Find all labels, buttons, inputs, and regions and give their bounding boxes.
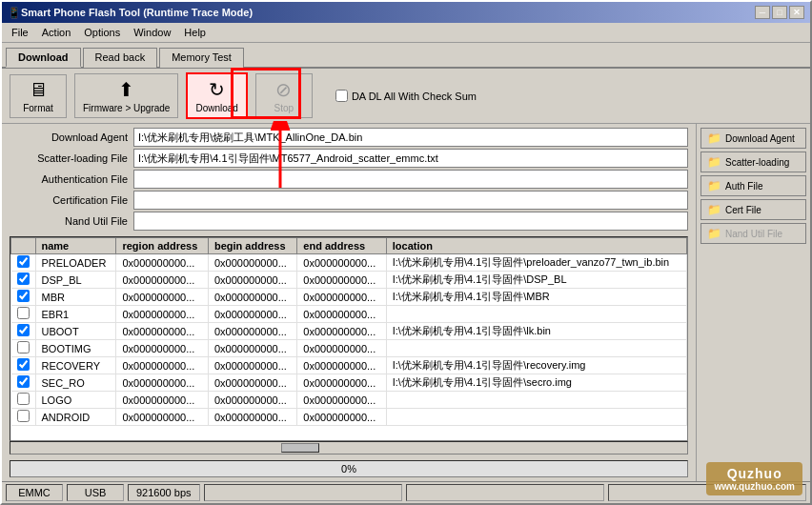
row-checkbox[interactable] [17,410,30,422]
format-icon: 🖥 [29,79,48,101]
table-row: SEC_RO 0x000000000... 0x000000000... 0x0… [11,374,687,392]
format-label: Format [23,103,53,113]
row-checkbox-cell[interactable] [11,357,36,374]
maximize-button[interactable]: □ [772,6,787,19]
row-begin: 0x000000000... [208,340,296,357]
status-usb: USB [67,484,124,501]
minimize-button[interactable]: ─ [755,6,770,19]
row-name: SEC_RO [35,374,116,392]
folder-icon-nand: 📁 [707,227,721,240]
partition-table[interactable]: name region address begin address end ad… [10,236,688,441]
row-name: LOGO [35,392,116,409]
tab-memorytest[interactable]: Memory Test [159,48,244,68]
side-auth-file-button[interactable]: 📁 Auth File [700,175,806,196]
row-checkbox-cell[interactable] [11,254,36,272]
row-begin: 0x000000000... [208,392,296,409]
row-name: PRELOADER [35,254,116,272]
horizontal-scrollbar[interactable] [10,441,688,454]
side-cert-file-button[interactable]: 📁 Cert File [700,199,806,220]
row-location: I:\优米刷机专用\4.1引导固件\lk.bin [386,323,686,340]
status-emmc: EMMC [6,484,63,501]
authentication-input[interactable] [133,170,688,189]
file-section: Download Agent Scatter-loading File Auth… [2,124,696,236]
tab-readback[interactable]: Read back [83,48,158,68]
tab-bar: Download Read back Memory Test [2,43,810,69]
menu-bar: File Action Options Window Help [2,23,810,43]
side-scatter-loading-label: Scatter-loading [725,157,789,168]
row-checkbox[interactable] [17,393,30,405]
col-checkbox [11,238,36,254]
authentication-row: Authentication File [10,170,688,189]
row-checkbox-cell[interactable] [11,409,36,426]
status-empty2 [406,484,604,501]
certification-row: Certification File [10,191,688,210]
table-row: LOGO 0x000000000... 0x000000000... 0x000… [11,392,687,409]
row-checkbox[interactable] [17,255,30,268]
row-checkbox-cell[interactable] [11,272,36,289]
row-name: DSP_BL [35,272,116,289]
scatter-loading-row: Scatter-loading File [10,149,688,168]
side-nand-util-button[interactable]: 📁 Nand Util File [700,223,806,244]
tab-download[interactable]: Download [6,48,81,68]
row-end: 0x000000000... [297,357,386,374]
table-row: UBOOT 0x000000000... 0x000000000... 0x00… [11,323,687,340]
progress-text: 0% [341,463,356,475]
title-bar: 📱 Smart Phone Flash Tool (Runtime Trace … [2,2,810,23]
row-end: 0x000000000... [297,392,386,409]
menu-action[interactable]: Action [36,25,77,40]
row-checkbox[interactable] [17,341,30,354]
certification-input[interactable] [133,191,688,210]
menu-options[interactable]: Options [78,25,126,40]
nand-util-label: Nand Util File [10,215,133,227]
row-checkbox-cell[interactable] [11,289,36,306]
menu-file[interactable]: File [6,25,34,40]
side-scatter-loading-button[interactable]: 📁 Scatter-loading [700,152,806,172]
row-checkbox[interactable] [17,290,30,302]
authentication-label: Authentication File [10,173,133,185]
title-icon: 📱 [8,7,21,19]
da-checkbox[interactable] [335,90,348,102]
row-checkbox[interactable] [17,358,30,371]
close-button[interactable]: ✕ [789,6,804,19]
side-cert-label: Cert File [725,205,761,215]
menu-help[interactable]: Help [178,25,212,40]
row-checkbox[interactable] [17,273,30,285]
row-location [386,306,686,323]
row-checkbox-cell[interactable] [11,306,36,323]
toolbar: 🖥 Format ⬆ Firmware > Upgrade ↻ Download… [2,69,810,124]
stop-button[interactable]: ⊘ Stop [255,73,313,118]
row-begin: 0x000000000... [208,323,296,340]
col-name: name [35,238,116,254]
da-checkbox-label: DA DL All With Check Sum [352,91,477,102]
row-region: 0x000000000... [116,409,209,426]
row-end: 0x000000000... [297,306,386,323]
stop-label: Stop [274,103,294,113]
scatter-loading-input[interactable] [133,149,688,168]
row-checkbox-cell[interactable] [11,340,36,357]
row-checkbox[interactable] [17,375,30,388]
row-checkbox-cell[interactable] [11,392,36,409]
firmware-upgrade-button[interactable]: ⬆ Firmware > Upgrade [74,73,178,118]
partition-table-element: name region address begin address end ad… [10,237,687,426]
nand-util-row: Nand Util File [10,212,688,231]
menu-window[interactable]: Window [128,25,176,40]
row-checkbox[interactable] [17,307,30,319]
row-checkbox-cell[interactable] [11,323,36,340]
nand-util-input[interactable] [133,212,688,231]
side-download-agent-button[interactable]: 📁 Download Agent [700,128,806,149]
side-nand-label: Nand Util File [725,229,782,239]
download-agent-input[interactable] [133,128,688,147]
row-checkbox[interactable] [17,324,30,336]
left-panel: Download Agent Scatter-loading File Auth… [2,124,696,481]
side-download-agent-label: Download Agent [725,133,795,144]
table-row: ANDROID 0x000000000... 0x000000000... 0x… [11,409,687,426]
stop-icon: ⊘ [275,78,292,101]
format-button[interactable]: 🖥 Format [10,74,67,118]
row-location [386,392,686,409]
row-name: ANDROID [35,409,116,426]
table-row: PRELOADER 0x000000000... 0x000000000... … [11,254,687,272]
row-checkbox-cell[interactable] [11,374,36,392]
download-button[interactable]: ↻ Download [186,72,247,119]
row-begin: 0x000000000... [208,306,296,323]
row-region: 0x000000000... [116,306,209,323]
